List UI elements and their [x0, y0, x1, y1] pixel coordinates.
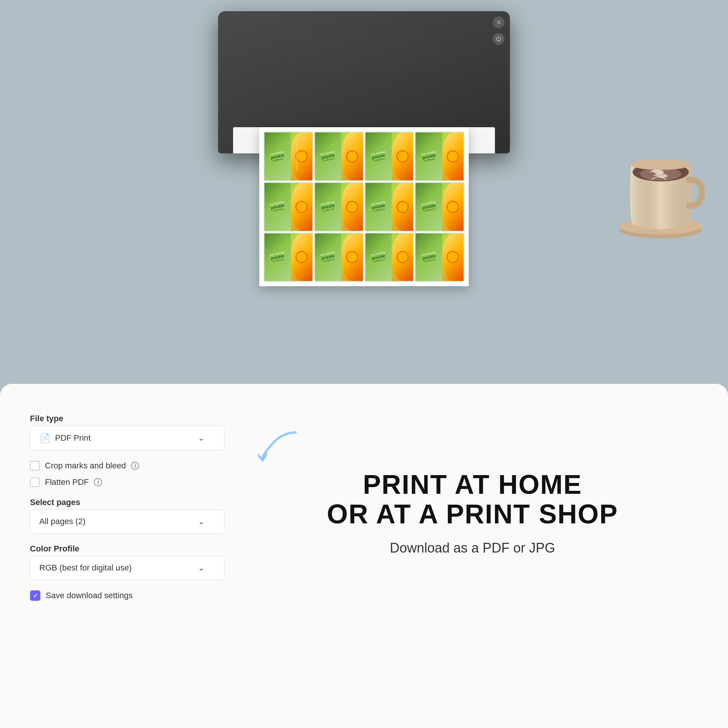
color-profile-dropdown-wrapper[interactable]: RGB (best for digital use) ⌄	[30, 556, 225, 580]
chevron-down-icon: ⌄	[198, 517, 205, 526]
select-pages-section: Select pages All pages (2) ⌄	[30, 497, 225, 534]
bottom-panel: File type 📄 PDF Print ⌄ Crop marks and b…	[0, 384, 728, 728]
flatten-pdf-row: Flatten PDF i	[30, 477, 225, 487]
file-type-icon: 📄	[39, 433, 50, 443]
flatten-pdf-checkbox[interactable]	[30, 477, 40, 487]
crop-marks-info-icon[interactable]: i	[131, 462, 139, 470]
sticker-cell: Your teachingprickleof difference	[415, 233, 464, 282]
right-panel: PRINT AT HOME OR AT A PRINT SHOP Downloa…	[247, 414, 698, 556]
power-icon: ⏻	[493, 33, 505, 45]
save-settings-row: ✓ Save download settings	[30, 590, 225, 601]
svg-point-15	[631, 159, 691, 170]
file-type-section: File type 📄 PDF Print ⌄	[30, 414, 225, 450]
coffee-cup-svg	[616, 127, 705, 239]
sticker-grid: Your teaching prickle of difference THAN…	[264, 132, 464, 282]
chevron-down-icon: ⌄	[198, 563, 205, 573]
color-profile-section: Color Profile RGB (best for digital use)…	[30, 544, 225, 580]
flatten-pdf-label: Flatten PDF	[45, 477, 89, 487]
sticker-cell: Your teachingprickleof difference	[264, 182, 313, 232]
sticker-cell: Your teachingprickleof difference	[365, 233, 414, 282]
crop-marks-label: Crop marks and bleed	[45, 461, 126, 471]
flatten-pdf-info-icon[interactable]: i	[94, 478, 102, 486]
check-icon: ✓	[33, 592, 38, 599]
sticker-cell: Your teaching prickle of difference	[415, 132, 464, 181]
paper-sheet: Your teaching prickle of difference THAN…	[259, 127, 469, 286]
sticker-cell: Your teaching prickle of difference THAN…	[264, 132, 313, 181]
select-pages-dropdown[interactable]: All pages (2) ⌄	[30, 509, 225, 534]
sticker-cell: Your teaching prickle of difference	[314, 132, 364, 181]
file-type-dropdown-wrapper[interactable]: 📄 PDF Print ⌄	[30, 426, 225, 450]
select-pages-value: All pages (2)	[39, 517, 198, 526]
coffee-cup	[616, 127, 705, 239]
sticker-cell: Your teachingprickleof difference	[415, 182, 464, 232]
save-settings-label: Save download settings	[46, 591, 132, 600]
print-title-line2: OR AT A PRINT SHOP	[327, 499, 618, 529]
sticker-cell: Your teachingprickleof difference	[314, 233, 364, 282]
select-pages-dropdown-wrapper[interactable]: All pages (2) ⌄	[30, 509, 225, 534]
file-type-dropdown[interactable]: 📄 PDF Print ⌄	[30, 426, 225, 450]
left-settings-panel: File type 📄 PDF Print ⌄ Crop marks and b…	[30, 414, 225, 601]
crop-marks-checkbox[interactable]	[30, 461, 40, 471]
color-profile-label: Color Profile	[30, 544, 225, 554]
print-subtitle: Download as a PDF or JPG	[390, 540, 555, 556]
printer-dots	[289, 34, 439, 71]
print-title-line1: PRINT AT HOME	[363, 470, 582, 499]
sticker-cell: Your teachingprickleof difference	[314, 182, 364, 232]
sticker-cell: Your teachingprickleof difference	[264, 233, 313, 282]
color-profile-value: RGB (best for digital use)	[39, 563, 198, 573]
save-settings-checkbox[interactable]: ✓	[30, 590, 40, 601]
file-type-label: File type	[30, 414, 225, 424]
select-pages-label: Select pages	[30, 497, 225, 507]
printer: ✕ ⏻ Your teaching prickle of difference	[218, 11, 510, 153]
color-profile-dropdown[interactable]: RGB (best for digital use) ⌄	[30, 556, 225, 580]
crop-marks-row: Crop marks and bleed i	[30, 461, 225, 471]
sticker-cell: Your teaching prickle of difference	[365, 132, 414, 181]
chevron-down-icon: ⌄	[198, 433, 205, 443]
file-type-value: PDF Print	[55, 433, 193, 443]
sticker-cell: Your teachingprickleof difference	[365, 182, 414, 232]
checkbox-group: Crop marks and bleed i Flatten PDF i	[30, 461, 225, 487]
close-icon: ✕	[493, 17, 505, 28]
arrow-decoration	[258, 429, 303, 462]
